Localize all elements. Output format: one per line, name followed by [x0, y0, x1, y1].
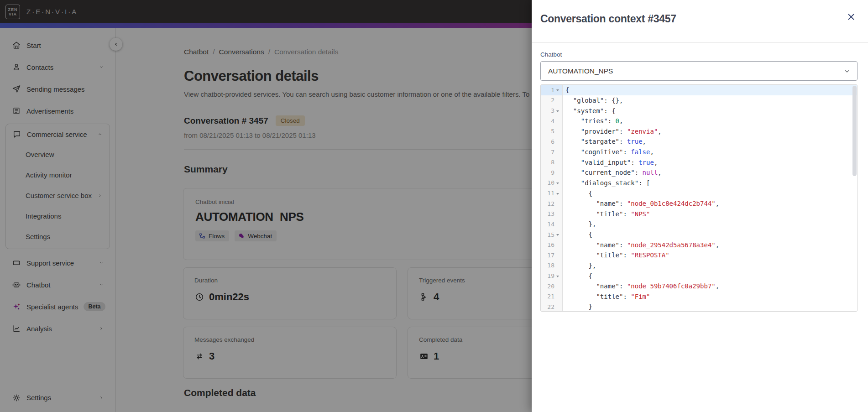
code-text: "cognitive": false, [563, 147, 857, 157]
editor-line-5[interactable]: 5 "provider": "zenvia", [541, 126, 857, 137]
fold-gutter-spacer [554, 292, 561, 302]
drawer-title: Conversation context #3457 [540, 13, 676, 25]
line-number: 20 [541, 281, 563, 292]
fold-gutter-spacer [554, 281, 561, 292]
line-number: 9 [541, 167, 563, 178]
fold-gutter-spacer [554, 147, 561, 157]
editor-line-9[interactable]: 9 "current_node": null, [541, 167, 857, 178]
fold-gutter-spacer [554, 167, 561, 178]
fold-gutter-spacer [554, 240, 561, 250]
code-text: } [563, 302, 857, 312]
fold-gutter-spacer [554, 219, 561, 229]
line-number: 1 [541, 85, 563, 95]
code-text: "system": { [563, 105, 857, 116]
editor-line-21[interactable]: 21 "title": "Fim" [541, 292, 857, 302]
code-text: "dialogs_stack": [ [563, 178, 857, 188]
line-number: 11 [541, 188, 563, 198]
editor-line-15[interactable]: 15 { [541, 229, 857, 240]
line-number: 14 [541, 219, 563, 229]
line-number: 22 [541, 302, 563, 312]
editor-line-17[interactable]: 17 "title": "RESPOSTA" [541, 250, 857, 261]
editor-line-14[interactable]: 14 }, [541, 219, 857, 229]
editor-line-3[interactable]: 3 "system": { [541, 105, 857, 116]
fold-gutter-spacer [554, 95, 561, 106]
code-text: "provider": "zenvia", [563, 126, 857, 137]
fold-gutter-spacer [554, 209, 561, 219]
fold-gutter-spacer [554, 198, 561, 209]
editor-line-6[interactable]: 6 "stargate": true, [541, 136, 857, 147]
line-number: 8 [541, 157, 563, 167]
fold-toggle-icon[interactable] [554, 188, 561, 198]
line-number: 12 [541, 198, 563, 209]
fold-toggle-icon[interactable] [554, 178, 561, 188]
editor-line-2[interactable]: 2 "global": {}, [541, 95, 857, 106]
editor-line-18[interactable]: 18 }, [541, 261, 857, 271]
code-text: { [563, 85, 857, 95]
fold-toggle-icon[interactable] [554, 85, 561, 95]
code-text: "tries": 0, [563, 116, 857, 126]
fold-gutter-spacer [554, 157, 561, 167]
line-number: 7 [541, 147, 563, 157]
fold-gutter-spacer [554, 136, 561, 147]
line-number: 5 [541, 126, 563, 137]
drawer-body: Chatbot AUTOMATION_NPS 1{2 "global": {},… [532, 43, 868, 312]
context-json-editor[interactable]: 1{2 "global": {},3 "system": {4 "tries":… [540, 84, 858, 312]
code-text: "name": "node_59b7406fc0a29bb7", [563, 281, 857, 292]
chevron-down-icon [843, 68, 851, 75]
editor-line-22[interactable]: 22 } [541, 302, 857, 312]
code-text: "current_node": null, [563, 167, 857, 178]
editor-line-11[interactable]: 11 { [541, 188, 857, 198]
code-text: "valid_input": true, [563, 157, 857, 167]
code-text: "title": "NPS" [563, 209, 857, 219]
editor-line-20[interactable]: 20 "name": "node_59b7406fc0a29bb7", [541, 281, 857, 292]
editor-line-4[interactable]: 4 "tries": 0, [541, 116, 857, 126]
code-text: "title": "Fim" [563, 292, 857, 302]
line-number: 2 [541, 95, 563, 106]
fold-toggle-icon[interactable] [554, 105, 561, 116]
code-text: "title": "RESPOSTA" [563, 250, 857, 261]
code-text: "name": "node_0b1c8e424dc2b744", [563, 198, 857, 209]
fold-gutter-spacer [554, 126, 561, 137]
editor-line-8[interactable]: 8 "valid_input": true, [541, 157, 857, 167]
drawer-header: Conversation context #3457 [532, 0, 868, 43]
line-number: 18 [541, 261, 563, 271]
line-number: 17 [541, 250, 563, 261]
line-number: 15 [541, 229, 563, 240]
fold-toggle-icon[interactable] [554, 271, 561, 281]
chatbot-select[interactable]: AUTOMATION_NPS [540, 61, 858, 81]
editor-line-7[interactable]: 7 "cognitive": false, [541, 147, 857, 157]
line-number: 6 [541, 136, 563, 147]
chatbot-field-label: Chatbot [540, 51, 857, 58]
code-text: }, [563, 261, 857, 271]
editor-scrollbar-thumb[interactable] [852, 86, 857, 176]
editor-line-1[interactable]: 1{ [541, 85, 857, 95]
code-text: }, [563, 219, 857, 229]
line-number: 3 [541, 105, 563, 116]
line-number: 4 [541, 116, 563, 126]
code-text: { [563, 271, 857, 281]
fold-gutter-spacer [554, 250, 561, 261]
close-icon[interactable] [846, 12, 856, 22]
fold-gutter-spacer [554, 116, 561, 126]
chatbot-select-value: AUTOMATION_NPS [548, 67, 613, 75]
code-text: "name": "node_29542d5a5678a3e4", [563, 240, 857, 250]
editor-line-19[interactable]: 19 { [541, 271, 857, 281]
line-number: 19 [541, 271, 563, 281]
line-number: 10 [541, 178, 563, 188]
editor-line-10[interactable]: 10 "dialogs_stack": [ [541, 178, 857, 188]
fold-toggle-icon[interactable] [554, 229, 561, 240]
editor-line-12[interactable]: 12 "name": "node_0b1c8e424dc2b744", [541, 198, 857, 209]
conversation-context-drawer: Conversation context #3457 Chatbot AUTOM… [532, 0, 868, 412]
code-text: { [563, 188, 857, 198]
editor-line-13[interactable]: 13 "title": "NPS" [541, 209, 857, 219]
code-text: "stargate": true, [563, 136, 857, 147]
code-text: "global": {}, [563, 95, 857, 106]
editor-line-16[interactable]: 16 "name": "node_29542d5a5678a3e4", [541, 240, 857, 250]
fold-gutter-spacer [554, 261, 561, 271]
line-number: 21 [541, 292, 563, 302]
code-text: { [563, 229, 857, 240]
line-number: 13 [541, 209, 563, 219]
fold-gutter-spacer [554, 302, 561, 312]
line-number: 16 [541, 240, 563, 250]
